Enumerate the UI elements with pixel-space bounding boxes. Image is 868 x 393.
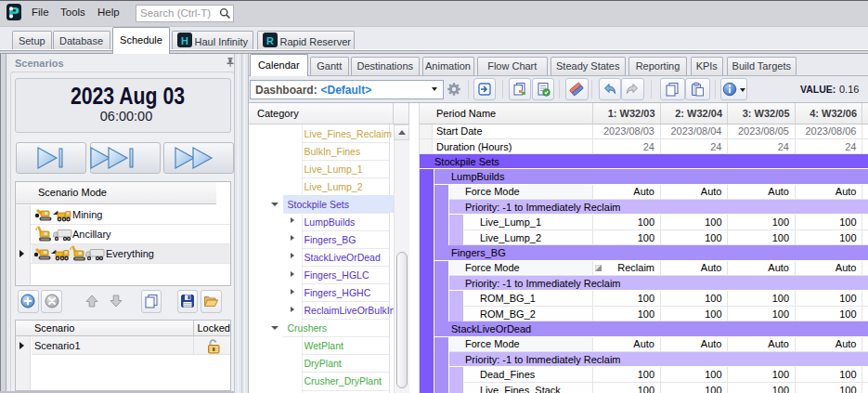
svg-text:H: H [181, 35, 188, 46]
svg-text:R: R [266, 35, 274, 46]
